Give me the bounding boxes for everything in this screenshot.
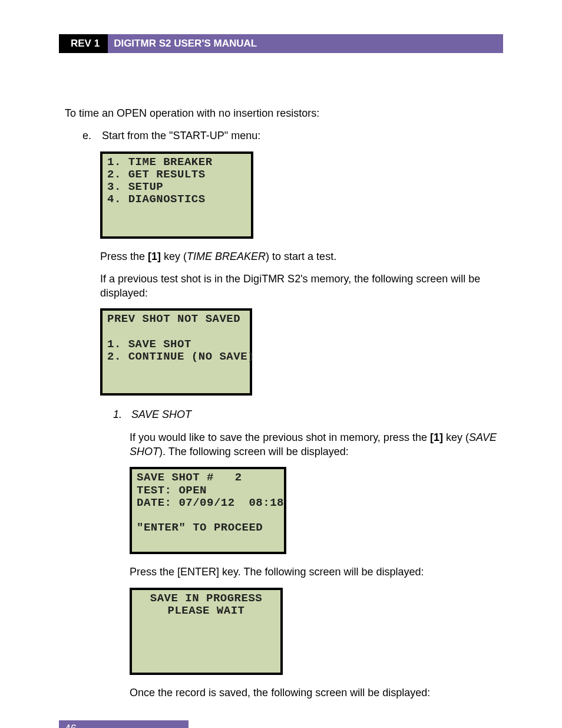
page-number: 46 bbox=[59, 720, 189, 728]
step-1: 1. SAVE SHOT bbox=[113, 407, 503, 421]
lcd-screen-2: PREV SHOT NOT SAVED 1. SAVE SHOT 2. CONT… bbox=[100, 308, 252, 396]
header-rev: REV 1 bbox=[59, 34, 108, 53]
prev-note: If a previous test shot is in the DigiTM… bbox=[100, 272, 503, 301]
enter-text: Press the [ENTER] key. The following scr… bbox=[130, 565, 503, 579]
lcd-screen-3: SAVE SHOT # 2 TEST: OPEN DATE: 07/09/12 … bbox=[130, 467, 286, 554]
save-text: If you would like to save the previous s… bbox=[130, 430, 503, 459]
intro-text: To time an OPEN operation with no insert… bbox=[65, 106, 503, 120]
key-1b: [1] bbox=[430, 431, 443, 443]
step-e-text: Start from the "START-UP" menu: bbox=[102, 130, 260, 141]
step-e-label: e. bbox=[82, 129, 99, 143]
key-1: [1] bbox=[148, 251, 161, 262]
step-1-label: 1. bbox=[113, 407, 128, 421]
press-1-text: Press the [1] key (TIME BREAKER) to star… bbox=[100, 249, 503, 263]
header-title: DIGITMR S2 USER'S MANUAL bbox=[108, 34, 503, 53]
lcd-screen-4: SAVE IN PROGRESSPLEASE WAIT bbox=[130, 588, 283, 675]
step-1-text: SAVE SHOT bbox=[131, 409, 191, 420]
lcd-screen-1: 1. TIME BREAKER 2. GET RESULTS 3. SETUP … bbox=[100, 151, 253, 239]
step-e: e. Start from the "START-UP" menu: bbox=[82, 129, 503, 143]
saved-text: Once the record is saved, the following … bbox=[130, 686, 503, 700]
